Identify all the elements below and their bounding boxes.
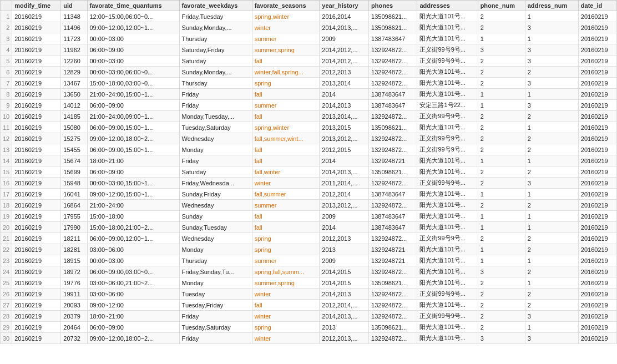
cell-row12-col4: Wednesday [179, 133, 252, 144]
cell-row17-col9: 1 [478, 189, 525, 200]
cell-row17-col3: 09:00~12:00,15:00~1... [87, 189, 179, 200]
cell-row26-col2: 19911 [61, 289, 87, 300]
cell-row17-col8: 阳光大道101号... [417, 189, 478, 200]
table-row: 27201602192009309:00~12:00Tuesday,Friday… [1, 300, 617, 311]
col-header-address-num[interactable]: address_num [525, 1, 578, 11]
cell-row2-col2: 11496 [61, 22, 87, 33]
cell-row13-col9: 2 [478, 144, 525, 155]
cell-row6-col9: 2 [478, 67, 525, 78]
cell-row23-col11: 20160219 [578, 255, 616, 266]
cell-row10-col9: 2 [478, 111, 525, 122]
cell-row19-col1: 20160219 [12, 211, 61, 222]
cell-row22-col10: 2 [525, 244, 578, 255]
cell-row3-col4: Thursday [179, 33, 252, 44]
cell-row29-col1: 20160219 [12, 322, 61, 333]
cell-row12-col3: 09:00~12:00,18:00~2... [87, 133, 179, 144]
table-row: 8201602191365021:00~24:00,15:00~1...Frid… [1, 89, 617, 100]
col-header-favorate-time-quantums[interactable]: favorate_time_quantums [87, 1, 179, 11]
cell-row25-col5: summer,spring [252, 277, 320, 289]
table-row: 16201602191594800:00~03:00,15:00~1...Fri… [1, 178, 617, 189]
cell-row27-col8: 阳光大道101号... [417, 300, 478, 311]
cell-row13-col0: 13 [1, 144, 12, 155]
cell-row10-col8: 正义街99号9号... [417, 111, 478, 122]
cell-row11-col6: 2013,2015 [320, 122, 369, 133]
table-row: 28201602192037918:00~21:00Fridaywinter20… [1, 311, 617, 322]
cell-row1-col2: 11348 [61, 11, 87, 22]
cell-row8-col6: 2014 [320, 89, 369, 100]
cell-row2-col7: 135098621... [369, 22, 417, 33]
col-header-favorate-seasons[interactable]: favorate_seasons [252, 1, 320, 11]
cell-row29-col9: 2 [478, 322, 525, 333]
cell-row16-col3: 00:00~03:00,15:00~1... [87, 178, 179, 189]
col-header-phone-num[interactable]: phone_num [478, 1, 525, 11]
table-row: 24201602191897206:00~09:00,03:00~0...Fri… [1, 266, 617, 277]
cell-row1-col11: 20160219 [578, 11, 616, 22]
col-header-uid[interactable]: uid [61, 1, 87, 11]
cell-row11-col2: 15080 [61, 122, 87, 133]
cell-row29-col8: 阳光大道101号... [417, 322, 478, 333]
cell-row12-col6: 2013,2012,... [320, 133, 369, 144]
cell-row27-col4: Tuesday,Friday [179, 300, 252, 311]
col-header-addresses[interactable]: addresses [417, 1, 478, 11]
cell-row30-col8: 阳光大道101号... [417, 333, 478, 344]
cell-row7-col5: spring [252, 78, 320, 89]
cell-row15-col9: 2 [478, 166, 525, 178]
cell-row3-col8: 阳光大道101号... [417, 33, 478, 44]
cell-row28-col10: 3 [525, 311, 578, 322]
cell-row3-col3: 00:00~03:00 [87, 33, 179, 44]
col-header-favorate-weekdays[interactable]: favorate_weekdays [179, 1, 252, 11]
cell-row3-col9: 1 [478, 33, 525, 44]
cell-row18-col0: 18 [1, 200, 12, 211]
cell-row25-col2: 19776 [61, 277, 87, 289]
cell-row17-col4: Sunday,Friday [179, 189, 252, 200]
cell-row8-col0: 8 [1, 89, 12, 100]
col-header-year-history[interactable]: year_history [320, 1, 369, 11]
cell-row1-col6: 2016,2014 [320, 11, 369, 22]
cell-row20-col1: 20160219 [12, 222, 61, 233]
cell-row11-col3: 06:00~09:00,15:00~1... [87, 122, 179, 133]
cell-row24-col11: 20160219 [578, 266, 616, 277]
cell-row10-col3: 21:00~24:00,09:00~1... [87, 111, 179, 122]
cell-row29-col10: 1 [525, 322, 578, 333]
cell-row18-col4: Wednesday [179, 200, 252, 211]
cell-row9-col4: Friday [179, 100, 252, 111]
cell-row12-col1: 20160219 [12, 133, 61, 144]
cell-row6-col8: 阳光大道101号... [417, 67, 478, 78]
cell-row14-col10: 1 [525, 155, 578, 166]
cell-row4-col0: 4 [1, 44, 12, 55]
col-header-modify-time[interactable]: modify_time [12, 1, 61, 11]
cell-row2-col5: winter [252, 22, 320, 33]
cell-row22-col0: 22 [1, 244, 12, 255]
cell-row2-col8: 阳光大道101号... [417, 22, 478, 33]
cell-row10-col5: fall [252, 111, 320, 122]
cell-row14-col3: 18:00~21:00 [87, 155, 179, 166]
col-header-phones[interactable]: phones [369, 1, 417, 11]
cell-row30-col10: 3 [525, 333, 578, 344]
cell-row12-col0: 12 [1, 133, 12, 144]
cell-row14-col0: 14 [1, 155, 12, 166]
cell-row14-col7: 1329248721 [369, 155, 417, 166]
cell-row7-col6: 2013,2014 [320, 78, 369, 89]
cell-row4-col8: 正义街99号9号... [417, 44, 478, 55]
cell-row16-col7: 132924872... [369, 178, 417, 189]
table-row: 12201602191527509:00~12:00,18:00~2...Wed… [1, 133, 617, 144]
cell-row1-col1: 20160219 [12, 11, 61, 22]
cell-row2-col10: 3 [525, 22, 578, 33]
cell-row5-col3: 00:00~03:00 [87, 55, 179, 67]
cell-row29-col11: 20160219 [578, 322, 616, 333]
cell-row15-col8: 阳光大道101号... [417, 166, 478, 178]
cell-row13-col2: 15455 [61, 144, 87, 155]
cell-row8-col9: 1 [478, 89, 525, 100]
cell-row1-col8: 阳光大道101号... [417, 11, 478, 22]
cell-row10-col6: 2013,2014,... [320, 111, 369, 122]
cell-row5-col1: 20160219 [12, 55, 61, 67]
cell-row15-col6: 2014,2013,... [320, 166, 369, 178]
cell-row9-col8: 安定三路1号22... [417, 100, 478, 111]
col-header-date-id[interactable]: date_id [578, 1, 616, 11]
cell-row13-col7: 132924872... [369, 144, 417, 155]
cell-row5-col2: 12260 [61, 55, 87, 67]
cell-row10-col7: 132924872... [369, 111, 417, 122]
cell-row26-col9: 2 [478, 289, 525, 300]
cell-row5-col10: 3 [525, 55, 578, 67]
cell-row17-col2: 16041 [61, 189, 87, 200]
